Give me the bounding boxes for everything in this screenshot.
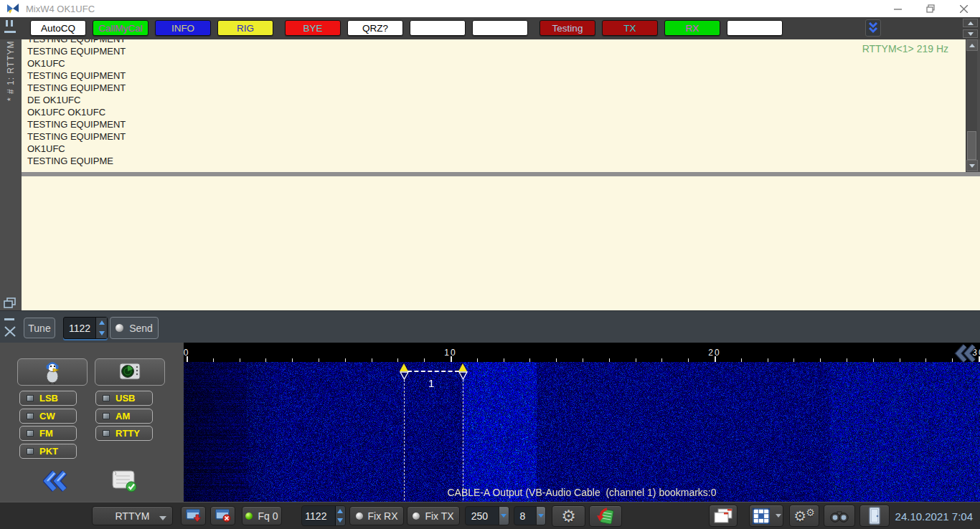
chevron-down-icon [776,514,781,518]
mode-button-pkt[interactable]: PKT [19,444,77,459]
freq-spinner[interactable]: 1122 [301,505,346,526]
rx-text-pane[interactable]: TESTING EQUIPMENTTESTING EQUIPMENTOK1UFC… [22,39,966,172]
scale-label: 0 [184,348,189,358]
tune-button[interactable]: Tune [24,318,55,338]
rx-line: TESTING EQUIPMENT [22,39,948,45]
mode-label: PKT [39,446,58,457]
macro-button-tx[interactable]: TX [602,20,658,36]
mascot-button[interactable] [17,358,88,386]
macro-button-rig[interactable]: RIG [217,20,273,36]
fix-rx-button[interactable]: Fix RX [349,506,404,525]
scroll-down-button[interactable] [966,160,978,171]
tx-freq-spinner[interactable]: 1122 [63,317,108,339]
arrow-down-icon [99,331,105,335]
macro-button-autocq[interactable]: AutoCQ [30,20,86,36]
macro-button-callmycal[interactable]: CallMyCal [93,20,149,36]
exit-button[interactable] [859,505,890,527]
mode-label: CW [39,411,55,421]
tx-text-pane[interactable] [22,176,980,310]
minimize-pane-icon[interactable] [4,318,16,321]
send-led-icon [116,324,123,332]
double-chevron-left-icon [43,470,67,492]
cat-display-button[interactable] [95,358,165,386]
chevron-down-icon [501,514,507,518]
rx-scrollbar[interactable] [966,39,977,172]
spin-down-button[interactable] [96,328,107,339]
window-close-button[interactable] [210,506,235,525]
speed-select[interactable]: 250 [465,506,509,525]
combo-arrow-button[interactable] [536,507,545,525]
title-bar: MixW4 OK1UFC [0,0,980,17]
log-qso-button[interactable] [589,505,622,527]
mode-indicator-icon [103,430,110,437]
macro-button-qrz-[interactable]: QRZ? [347,20,403,36]
copy-pane-icon[interactable] [4,297,17,309]
search-button[interactable] [824,505,855,527]
fix-tx-label: Fix TX [425,510,453,522]
devices-settings-button[interactable]: ⚙ ⚙ [789,505,819,527]
collapse-panel-button[interactable] [42,470,68,492]
speed-value: 250 [466,510,494,522]
log-confirm-button[interactable] [107,468,141,492]
macro-button-rx[interactable]: RX [664,20,720,36]
waterfall-marker-right[interactable] [458,363,467,371]
fq-toggle-button[interactable]: Fq 0 [242,506,282,525]
close-button[interactable] [947,0,980,17]
waterfall-scale: 0102030 [184,343,980,362]
tx-control-row: Tune 1122 Send [0,310,980,343]
window-title: MixW4 OK1UFC [26,4,95,14]
layout-grid-button[interactable] [749,505,783,527]
mode-button-rtty[interactable]: RTTY [95,426,153,441]
channel-tab[interactable]: * # 1: RTTYM [0,41,22,161]
fq-label: Fq 0 [258,510,278,522]
macro-button-empty-11[interactable] [727,20,783,36]
waterfall-display[interactable]: 0102030 1 CABLE-A Output (VB-Audio Cable… [184,343,980,502]
rx-lines: TESTING EQUIPMENTTESTING EQUIPMENTOK1UFC… [22,39,948,167]
window-add-button[interactable] [181,506,206,525]
toolbar-expand-button[interactable] [865,19,881,37]
mode-button-fm[interactable]: FM [19,426,77,441]
macro-button-empty-6[interactable] [410,20,466,36]
toolbar-scroll-up-button[interactable] [963,19,978,27]
mode-button-am[interactable]: AM [95,409,153,424]
rx-line: TESTING EQUIPMENT [22,82,948,94]
mode-label: LSB [39,393,58,404]
macro-button-bye[interactable]: BYE [285,20,341,36]
marker-vertical-line [404,380,405,500]
mode-select[interactable]: RTTYM [92,506,173,525]
datetime-display: 24.10.2021 7:04 [895,510,973,523]
spin-down-button[interactable] [336,516,345,526]
fix-tx-led-icon [413,513,420,520]
waterfall-collapse-button[interactable] [954,344,977,366]
fix-tx-button[interactable]: Fix TX [407,506,460,525]
window-add-icon [186,509,202,523]
settings-button[interactable]: ⚙ [552,505,585,527]
close-pane-icon[interactable] [4,325,17,338]
combo-arrow-button[interactable] [499,507,509,525]
spin-up-button[interactable] [336,506,345,516]
mode-button-usb[interactable]: USB [95,391,153,406]
tx-freq-value: 1122 [64,318,95,338]
mode-indicator-icon [27,413,34,419]
bits-select[interactable]: 8 [514,506,546,525]
waterfall-spectrum[interactable] [184,362,980,502]
macro-button-empty-7[interactable] [472,20,528,36]
mode-label: USB [116,393,135,404]
freq-value: 1122 [302,510,330,522]
scroll-check-icon [110,468,138,492]
rx-line: OK1UFC OK1UFC [22,106,948,118]
scrollbar-thumb[interactable] [967,131,976,160]
toolbar-scroll-down-button[interactable] [963,29,978,38]
toolbar-grip-icon[interactable] [4,20,20,36]
mode-indicator-icon [103,395,110,401]
spin-up-button[interactable] [96,318,107,328]
macro-button-testing[interactable]: Testing [540,20,595,36]
send-button[interactable]: Send [110,317,159,339]
scroll-up-button[interactable] [966,39,978,51]
mode-button-cw[interactable]: CW [19,409,77,424]
windows-cascade-button[interactable] [709,505,738,527]
restore-button[interactable] [914,0,947,17]
macro-button-info[interactable]: INFO [155,20,211,36]
mode-button-lsb[interactable]: LSB [19,391,77,406]
minimize-button[interactable] [881,0,914,17]
